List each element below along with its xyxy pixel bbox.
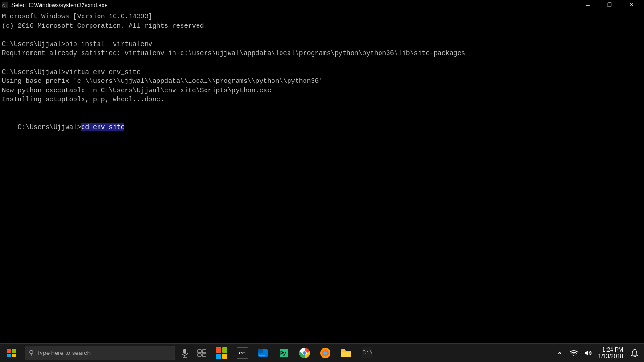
- task-view-button[interactable]: [192, 344, 211, 362]
- network-icon-button[interactable]: [567, 344, 580, 362]
- wifi-icon: [570, 350, 578, 356]
- taskbar: ⚲ Type here to search: [0, 343, 644, 362]
- terminal-content[interactable]: Microsoft Windows [Version 10.0.14393] (…: [0, 10, 644, 343]
- system-clock[interactable]: 1:24 PM 1/13/2018: [595, 344, 626, 362]
- terminal-line: (c) 2016 Microsoft Corporation. All righ…: [2, 22, 642, 31]
- terminal-line: [2, 31, 642, 40]
- terminal-line: Requirement already satisfied: virtualen…: [2, 49, 642, 58]
- search-placeholder-text: Type here to search: [36, 349, 91, 356]
- windows-logo-icon: [7, 349, 16, 357]
- ribbon-app[interactable]: [253, 344, 273, 362]
- svg-rect-7: [198, 354, 201, 356]
- minimize-button[interactable]: ─: [577, 0, 599, 10]
- close-button[interactable]: ✕: [620, 0, 642, 10]
- start-button[interactable]: [0, 344, 23, 362]
- terminal-prompt-line: C:\Users\Ujjwal>cd env_site: [2, 114, 642, 142]
- taskbar-right: 1:24 PM 1/13/2018: [551, 344, 644, 362]
- terminal-line: [2, 105, 642, 114]
- terminal-current-command: cd env_site: [81, 123, 124, 131]
- firefox-app[interactable]: [315, 344, 336, 362]
- clock-date: 1/13/2018: [598, 353, 623, 360]
- svg-rect-10: [258, 349, 263, 353]
- cmd-taskbar-icon: C:\: [361, 347, 372, 358]
- chrome-app[interactable]: [294, 344, 315, 362]
- titlebar-left: C: Select C:\Windows\system32\cmd.exe: [2, 2, 107, 8]
- terminal-line: New python executable in C:\Users\Ujjwal…: [2, 86, 642, 96]
- svg-rect-6: [202, 350, 206, 353]
- terminal-line: Microsoft Windows [Version 10.0.14393]: [2, 12, 642, 22]
- svg-text:C:\: C:\: [363, 350, 372, 356]
- terminal-line: C:\Users\Ujjwal>pip install virtualenv: [2, 40, 642, 49]
- taskbar-apps: CC Py: [211, 344, 551, 362]
- search-icon: ⚲: [29, 349, 33, 357]
- window-controls: ─ ❐ ✕: [577, 0, 642, 10]
- pycharm-icon: Py: [278, 347, 289, 359]
- terminal-prompt: C:\Users\Ujjwal>: [18, 123, 81, 131]
- msstore-icon: [216, 347, 227, 359]
- titlebar: C: Select C:\Windows\system32\cmd.exe ─ …: [0, 0, 644, 10]
- terminal-line: C:\Users\Ujjwal>virtualenv env_site: [2, 68, 642, 77]
- svg-point-18: [303, 351, 306, 354]
- svg-marker-24: [585, 350, 588, 356]
- svg-rect-12: [259, 355, 265, 356]
- microphone-icon: [181, 348, 189, 358]
- svg-rect-11: [259, 354, 267, 354]
- notification-button[interactable]: [627, 344, 642, 362]
- svg-rect-2: [183, 349, 186, 354]
- microphone-button[interactable]: [177, 344, 192, 362]
- svg-text:C:: C:: [2, 3, 8, 8]
- volume-icon: [584, 349, 592, 357]
- terminal-line: [2, 58, 642, 68]
- svg-rect-8: [202, 354, 206, 356]
- svg-point-21: [323, 351, 327, 355]
- firefox-icon: [320, 347, 331, 359]
- volume-icon-button[interactable]: [581, 344, 594, 362]
- cc-icon: CC: [237, 347, 248, 359]
- window-title: Select C:\Windows\system32\cmd.exe: [11, 2, 107, 8]
- svg-rect-5: [198, 350, 201, 353]
- msstore-app[interactable]: [211, 344, 232, 362]
- chevron-up-icon: [557, 351, 562, 355]
- ribbon-icon: [257, 347, 269, 359]
- cc-app[interactable]: CC: [232, 344, 253, 362]
- terminal-line: Using base prefix 'c:\\users\\ujjwal\\ap…: [2, 77, 642, 86]
- maximize-button[interactable]: ❐: [599, 0, 620, 10]
- taskbar-search[interactable]: ⚲ Type here to search: [25, 346, 175, 360]
- folder-icon: [340, 347, 352, 359]
- cmd-app[interactable]: C:\: [356, 344, 377, 362]
- svg-text:Py: Py: [280, 351, 286, 356]
- folder-app[interactable]: [336, 344, 356, 362]
- show-hidden-icons-button[interactable]: [553, 344, 566, 362]
- clock-time: 1:24 PM: [602, 346, 623, 353]
- task-view-icon: [197, 349, 206, 357]
- pycharm-app[interactable]: Py: [273, 344, 294, 362]
- terminal-line: Installing setuptools, pip, wheel...done…: [2, 95, 642, 105]
- chrome-icon: [299, 347, 310, 359]
- notification-icon: [631, 349, 638, 357]
- cmd-icon: C:: [2, 2, 8, 8]
